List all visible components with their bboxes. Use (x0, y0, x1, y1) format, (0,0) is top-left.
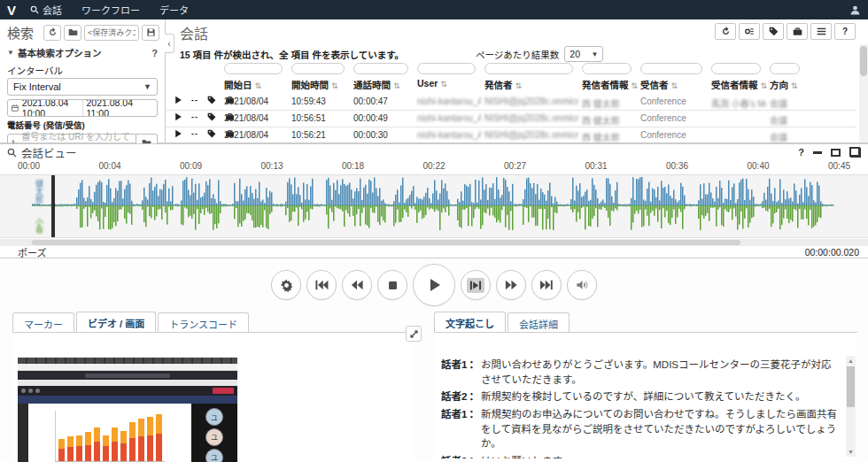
player-settings-button[interactable] (271, 270, 301, 300)
column-header-callee[interactable]: 受信者 ⇅ (640, 78, 678, 91)
column-header-direction[interactable]: 方向 ⇅ (770, 78, 797, 91)
speaker-separator: ： (469, 407, 479, 451)
cell-direction: 会議 (770, 113, 805, 127)
folder-icon (68, 27, 78, 37)
nav-item-conversation[interactable]: 会話 (30, 3, 62, 17)
timeline-tick: 00:22 (423, 161, 446, 171)
play-row-icon[interactable] (174, 96, 182, 104)
more-actions-icon[interactable]: -- (191, 129, 198, 138)
tag-button[interactable] (763, 23, 784, 40)
page-size-select[interactable]: 20 ▼ (564, 46, 603, 62)
save-query-button[interactable] (142, 25, 159, 41)
column-header-caller_info[interactable]: 発信者情報 ⇅ (582, 78, 638, 91)
column-filter-input[interactable] (582, 63, 632, 74)
play-row-icon[interactable] (174, 112, 182, 121)
transcript-line: 話者1：お問い合わせありがとうございます。MDISコールセンターの三菱花子が対応… (441, 358, 840, 387)
table-row[interactable]: --2021/08/0410:56:5100:00:49nishi-kantar… (166, 111, 856, 127)
date-from-field[interactable]: 2021.08.04 10:00 (8, 99, 82, 117)
search-icon (30, 5, 39, 14)
timeline-tick: 00:31 (585, 161, 608, 171)
volume-button[interactable] (567, 270, 597, 300)
transcript-scrollbar[interactable]: ▲ ▼ (846, 356, 856, 457)
column-filter-input[interactable] (224, 63, 283, 74)
participant-avatar: ユ (205, 408, 223, 426)
date-to-field[interactable]: 2021.08.04 11:00 (82, 99, 158, 117)
tag-icon[interactable] (207, 112, 216, 121)
restore-window-icon[interactable] (849, 148, 861, 157)
list-vertical-scrollbar[interactable] (859, 44, 868, 142)
tag-icon[interactable] (207, 96, 216, 104)
more-actions-icon[interactable]: -- (191, 96, 198, 104)
speaker-label: 話者1 (441, 407, 467, 451)
cell-date: 2021/08/04 (224, 113, 288, 123)
list-view-button[interactable] (810, 23, 832, 40)
column-filter-input[interactable] (353, 63, 408, 74)
column-header-callee_info[interactable]: 受信者情報 ⇅ (711, 78, 767, 91)
rewind-button[interactable] (342, 270, 372, 300)
help-button[interactable]: ? (834, 23, 856, 40)
screen-recording-thumbnail[interactable]: ユユユ (18, 358, 237, 462)
utterance-text: 新規契約を検討しているのですが、詳細について教えていただきたく。 (481, 389, 840, 404)
column-header-date[interactable]: 開始日 ⇅ (224, 78, 261, 91)
table-row[interactable]: --2021/08/0410:56:2100:00:30nishi-kantar… (166, 127, 856, 144)
table-row[interactable]: --2021/08/0410:59:4300:00:47nishi-kantar… (166, 94, 856, 111)
column-filter-input[interactable] (640, 63, 702, 74)
waveform-area[interactable]: 健太郎 小春 (0, 174, 868, 238)
scrollbar-thumb[interactable] (847, 366, 855, 407)
column-filter-input[interactable] (484, 63, 573, 74)
utterance-text: お問い合わせありがとうございます。MDISコールセンターの三菱花子が対応させてい… (481, 358, 840, 387)
fast-forward-button[interactable] (496, 270, 526, 300)
nav-item-data[interactable]: データ (159, 3, 189, 17)
expand-video-button[interactable] (406, 326, 422, 342)
play-button[interactable] (413, 264, 455, 306)
leave-meeting-button (213, 388, 234, 394)
timeline-ruler[interactable]: 00:0000:0400:0900:1300:1800:2200:2700:31… (0, 160, 868, 173)
timeline-horizontal-scrollbar[interactable] (0, 239, 868, 246)
scrollbar-thumb[interactable] (32, 240, 740, 245)
help-icon[interactable]: ? (152, 48, 158, 58)
brand-logo: V (7, 3, 16, 18)
scrollbar-thumb[interactable] (860, 46, 867, 76)
more-actions-icon[interactable]: -- (191, 112, 198, 121)
reset-query-button[interactable] (43, 25, 61, 41)
current-timecode: 00:00:00.020 (805, 247, 859, 258)
play-selection-button[interactable] (461, 270, 491, 300)
interval-select[interactable]: Fix Interval ▼ (7, 78, 158, 96)
saved-query-input[interactable] (84, 25, 139, 41)
playhead-cursor[interactable] (51, 175, 55, 237)
refresh-list-button[interactable] (715, 23, 736, 40)
skip-to-start-button[interactable] (306, 270, 337, 300)
case-button[interactable] (787, 23, 808, 40)
collapse-panel-button[interactable]: ‹ (165, 34, 174, 53)
conversation-list-panel: ‹ 会話 ? 15 項目 件が検出され、全 項目 件を表示しています。 ページあ… (166, 19, 868, 143)
stop-button[interactable] (377, 270, 407, 300)
column-settings-button[interactable] (739, 23, 760, 40)
user-account-icon[interactable] (849, 4, 861, 16)
skip-to-end-button[interactable] (531, 270, 562, 300)
scroll-down-icon[interactable]: ▼ (846, 447, 856, 457)
column-header-caller[interactable]: 発信者 ⇅ (484, 78, 522, 91)
basic-options-section-header[interactable]: ▼ 基本検索オプション ? (0, 43, 165, 62)
column-filter-input[interactable] (291, 63, 345, 74)
audio-waveform (32, 175, 861, 237)
help-icon[interactable]: ? (798, 147, 804, 158)
transcript-card-body: 話者1：お問い合わせありがとうございます。MDISコールセンターの三菱花子が対応… (434, 332, 857, 460)
maximize-icon[interactable] (831, 149, 841, 157)
timeline-tick: 00:40 (748, 161, 770, 171)
speaker-label: 話者2 (441, 389, 467, 404)
column-filter-input[interactable] (711, 63, 761, 74)
column-filter-input[interactable] (417, 63, 476, 74)
tag-icon[interactable] (207, 129, 216, 138)
column-label: 方向 (770, 80, 788, 90)
column-header-duration[interactable]: 通話時間 ⇅ (353, 78, 399, 91)
scroll-up-icon[interactable]: ▲ (846, 356, 856, 366)
play-row-icon[interactable] (174, 129, 182, 138)
column-header-start[interactable]: 開始時間 ⇅ (291, 78, 337, 91)
nav-item-workflow[interactable]: ワークフロー (81, 3, 140, 17)
minimize-icon[interactable] (813, 151, 822, 154)
column-filter-input[interactable] (770, 63, 800, 74)
meeting-toolbar (18, 386, 237, 396)
sort-icon: ⇅ (331, 81, 338, 90)
open-query-button[interactable] (64, 25, 81, 41)
column-header-user[interactable]: User ⇅ (417, 78, 447, 89)
